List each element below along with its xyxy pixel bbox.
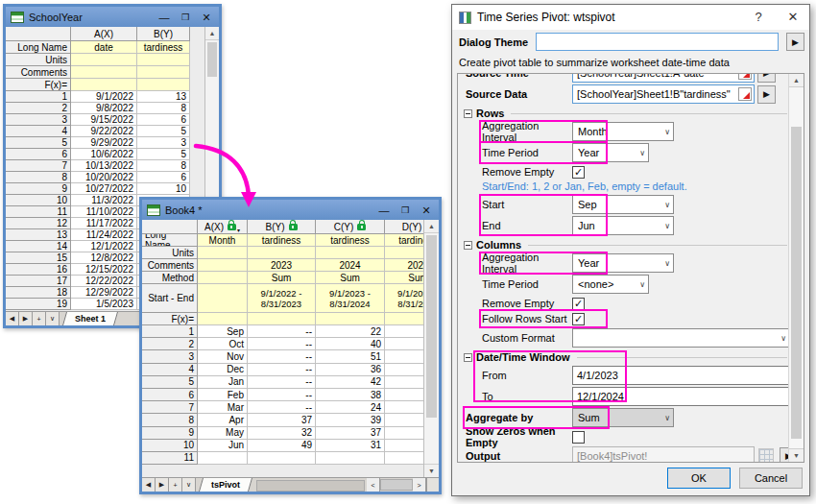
source-time-menu-button[interactable]: ▶ bbox=[757, 73, 776, 83]
cell[interactable]: 9/8/2022 bbox=[71, 103, 137, 114]
cell[interactable] bbox=[137, 79, 190, 91]
cell[interactable]: 38 bbox=[316, 389, 385, 401]
cell[interactable]: 10/27/2022 bbox=[71, 183, 137, 195]
cell[interactable]: Sum bbox=[316, 272, 385, 284]
close-icon[interactable]: ✕ bbox=[201, 12, 212, 22]
row-label[interactable]: Comments bbox=[142, 259, 198, 272]
cell[interactable] bbox=[385, 452, 423, 465]
scrollbar-thumb[interactable] bbox=[380, 479, 413, 491]
cell[interactable]: 10/20/2022 bbox=[71, 172, 137, 183]
cell[interactable]: tardiness bbox=[137, 41, 190, 54]
cell[interactable]: Feb bbox=[198, 389, 248, 401]
cell[interactable]: 12/15/2022 bbox=[71, 264, 137, 276]
cell[interactable]: tardiness bbox=[316, 234, 385, 247]
cell[interactable]: 11/10/2022 bbox=[71, 206, 137, 218]
row-header[interactable]: 5 bbox=[142, 376, 198, 389]
start-select[interactable]: Sep∨ bbox=[572, 195, 674, 214]
to-input[interactable]: 12/1/2024 bbox=[572, 387, 790, 406]
cell[interactable]: 8 bbox=[137, 103, 190, 114]
collapse-icon[interactable] bbox=[464, 241, 472, 250]
cell[interactable] bbox=[248, 452, 316, 465]
cell[interactable]: 22 bbox=[316, 325, 385, 338]
tab-next-icon[interactable]: ▶ bbox=[156, 478, 169, 492]
row-header[interactable]: 5 bbox=[6, 137, 71, 149]
cell[interactable]: -- bbox=[248, 338, 316, 350]
book4-titlebar[interactable]: Book4 * — ❒ ✕ bbox=[142, 200, 439, 220]
cell[interactable]: 13 bbox=[137, 91, 190, 103]
scroll-right-icon[interactable]: > bbox=[413, 478, 426, 492]
row-label[interactable]: Long Name bbox=[142, 234, 198, 247]
cell[interactable] bbox=[198, 247, 248, 259]
cell[interactable]: 12/8/2022 bbox=[71, 252, 137, 264]
row-header[interactable]: 14 bbox=[6, 241, 71, 252]
cell[interactable]: 8 bbox=[137, 160, 190, 172]
row-header[interactable]: 13 bbox=[6, 229, 71, 241]
scroll-up-icon[interactable]: ▲ bbox=[424, 220, 439, 233]
cell[interactable]: 9/1/2024 - 8/31/2025 bbox=[385, 284, 423, 313]
source-data-menu-button[interactable]: ▶ bbox=[757, 85, 776, 104]
cell[interactable] bbox=[198, 313, 248, 325]
row-header[interactable]: 1 bbox=[6, 91, 71, 103]
cell[interactable]: 36 bbox=[316, 364, 385, 376]
cell[interactable]: 9/1/2022 bbox=[71, 91, 137, 103]
scroll-up-icon[interactable]: ▲ bbox=[789, 74, 804, 87]
cell[interactable]: -- bbox=[248, 325, 316, 338]
cell[interactable]: -- bbox=[248, 401, 316, 414]
cell[interactable]: -- bbox=[385, 414, 423, 426]
collapse-icon[interactable] bbox=[464, 353, 472, 362]
cell[interactable]: 37 bbox=[248, 414, 316, 426]
row-label[interactable]: F(x)= bbox=[6, 79, 71, 91]
custom-format-select[interactable]: ∨ bbox=[572, 328, 790, 348]
cell[interactable]: -- bbox=[248, 350, 316, 363]
from-input[interactable]: 4/1/2023 bbox=[572, 366, 790, 385]
row-header[interactable]: 8 bbox=[6, 172, 71, 183]
row-header[interactable]: 4 bbox=[6, 126, 71, 137]
minimize-icon[interactable]: — bbox=[378, 205, 390, 215]
ok-button[interactable]: OK bbox=[667, 468, 731, 489]
cell[interactable]: 3 bbox=[137, 137, 190, 149]
cell[interactable]: 12/22/2022 bbox=[71, 276, 137, 287]
columns-aggregation-interval-select[interactable]: Year∨ bbox=[572, 253, 674, 273]
column-header[interactable]: C(Y) bbox=[316, 220, 385, 234]
cell[interactable]: 31 bbox=[316, 440, 385, 452]
row-header[interactable]: 10 bbox=[6, 195, 71, 206]
close-icon[interactable]: ✕ bbox=[779, 7, 807, 28]
help-icon[interactable]: ? bbox=[744, 7, 773, 28]
minimize-icon[interactable]: — bbox=[158, 12, 170, 22]
follow-rows-start-checkbox[interactable] bbox=[572, 313, 585, 325]
cell[interactable] bbox=[385, 247, 423, 259]
cell[interactable]: 11/17/2022 bbox=[71, 218, 137, 229]
cell[interactable]: 1/5/2023 bbox=[71, 299, 137, 310]
cell[interactable]: 10/13/2022 bbox=[71, 160, 137, 172]
cell[interactable]: -- bbox=[385, 364, 423, 376]
cell[interactable]: 32 bbox=[248, 427, 316, 440]
cell[interactable]: Sum bbox=[385, 272, 423, 284]
maximize-icon[interactable]: ❒ bbox=[180, 12, 191, 22]
rows-aggregation-interval-select[interactable]: Month∨ bbox=[572, 122, 674, 141]
column-header[interactable]: A(X) bbox=[71, 27, 137, 41]
range-select-icon[interactable] bbox=[738, 87, 752, 101]
row-label[interactable]: Comments bbox=[6, 66, 71, 79]
cell[interactable] bbox=[316, 313, 385, 325]
cell[interactable]: Sum bbox=[248, 272, 316, 284]
cell[interactable]: Month bbox=[198, 234, 248, 247]
cell[interactable]: Jan bbox=[198, 376, 248, 389]
cell[interactable]: 10/6/2022 bbox=[71, 149, 137, 160]
cell[interactable] bbox=[198, 259, 248, 272]
row-header[interactable]: 19 bbox=[6, 299, 71, 310]
cell[interactable]: -- bbox=[385, 401, 423, 414]
row-header[interactable]: 4 bbox=[142, 364, 198, 376]
cell[interactable]: -- bbox=[248, 364, 316, 376]
row-header[interactable]: 10 bbox=[142, 440, 198, 452]
cell[interactable]: Oct bbox=[198, 338, 248, 350]
cell[interactable] bbox=[198, 272, 248, 284]
tab-sheet1[interactable]: Sheet 1 bbox=[62, 312, 118, 325]
cell[interactable]: 9/29/2022 bbox=[71, 137, 137, 149]
cell[interactable]: 23 bbox=[385, 325, 423, 338]
aggregate-by-select[interactable]: Sum∨ bbox=[572, 408, 674, 427]
row-header[interactable]: 6 bbox=[6, 149, 71, 160]
cell[interactable]: 9/15/2022 bbox=[71, 114, 137, 126]
cell[interactable]: -- bbox=[248, 376, 316, 389]
row-header[interactable]: 3 bbox=[142, 350, 198, 363]
range-select-icon[interactable] bbox=[738, 73, 752, 80]
